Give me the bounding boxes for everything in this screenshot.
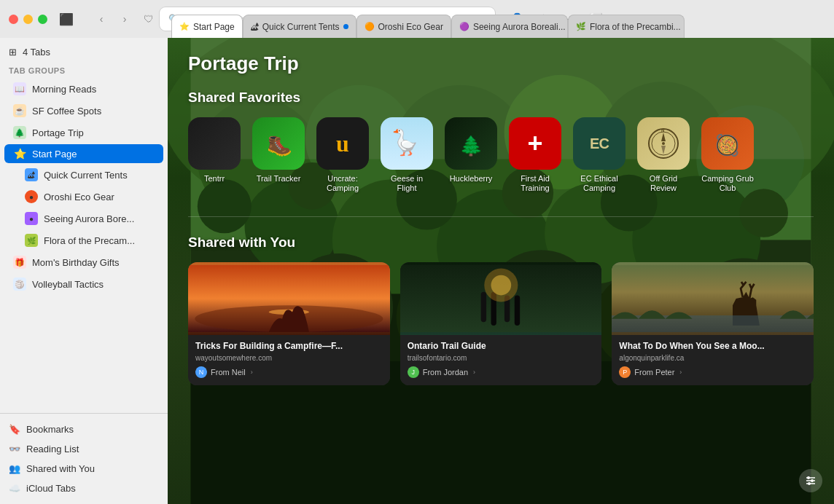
fav-huckleberry[interactable]: 🌲 Huckleberry bbox=[445, 117, 497, 193]
trail-tracker-icon: 🥾 bbox=[252, 117, 305, 170]
fav-uncrate[interactable]: u Uncrate: Camping bbox=[316, 117, 369, 193]
trail-from-row[interactable]: J From Jordan › bbox=[408, 366, 595, 378]
sidebar-item-portage-trip[interactable]: 🌲 Portage Trip bbox=[4, 122, 163, 143]
tab-quick-current-tents[interactable]: 🏕 Quick Current Tents bbox=[243, 15, 356, 38]
fav-off-grid[interactable]: N Off Grid Review bbox=[637, 117, 690, 193]
shared-card-trail[interactable]: Ontario Trail Guide trailsofontario.com … bbox=[400, 262, 602, 385]
sidebar-item-flora[interactable]: 🌿 Flora of the Precam... bbox=[4, 230, 163, 251]
tentrr-label: Tentrr bbox=[204, 174, 225, 184]
reading-list-icon: 👓 bbox=[9, 444, 20, 454]
content-area: Portage Trip Shared Favorites 🔥 Tentrr bbox=[168, 38, 834, 504]
main-layout: ⊞ 4 Tabs Tab Groups 📖 Morning Reads ☕ SF… bbox=[0, 38, 834, 504]
huckleberry-icon: 🌲 bbox=[445, 117, 497, 170]
flora-tab-icon: 🌿 bbox=[25, 234, 38, 247]
minimize-button[interactable] bbox=[23, 15, 33, 24]
sidebar-bookmarks[interactable]: 🔖 Bookmarks bbox=[0, 420, 168, 439]
svg-text:🌲: 🌲 bbox=[459, 134, 483, 157]
fav-ethical[interactable]: EC EC Ethical Camping bbox=[573, 117, 626, 193]
volleyball-label: Volleyball Tactics bbox=[32, 279, 104, 290]
sidebar-reading-list[interactable]: 👓 Reading List bbox=[0, 439, 168, 459]
campfire-card-info: Tricks For Building a Campfire—F... wayo… bbox=[188, 335, 390, 385]
svg-point-49 bbox=[491, 275, 511, 296]
shield-icon: 🛡 bbox=[144, 13, 154, 25]
campfire-from-row[interactable]: N From Neil › bbox=[195, 366, 383, 378]
sidebar-item-aurora[interactable]: ● Seeing Aurora Bore... bbox=[4, 208, 163, 229]
trail-from-label: From Jordan bbox=[423, 368, 468, 377]
tabs-count-row: ⊞ 4 Tabs bbox=[0, 44, 168, 63]
fav-trail-tracker[interactable]: 🥾 Trail Tracker bbox=[252, 117, 305, 193]
sidebar-icloud-tabs[interactable]: ☁️ iCloud Tabs bbox=[0, 479, 168, 498]
tab-oroshi[interactable]: 🟠 Oroshi Eco Gear bbox=[356, 15, 451, 38]
section-divider bbox=[188, 216, 814, 217]
content-scroll: Portage Trip Shared Favorites 🔥 Tentrr bbox=[168, 38, 834, 504]
shared-card-campfire[interactable]: Tricks For Building a Campfire—F... wayo… bbox=[188, 262, 390, 385]
sidebar-item-oroshi[interactable]: ● Oroshi Eco Gear bbox=[4, 186, 163, 207]
moose-chevron-icon: › bbox=[679, 369, 682, 376]
tab-start-page[interactable]: ⭐ Start Page bbox=[171, 15, 243, 38]
favorites-grid: 🔥 Tentrr 🥾 Trail Tracker bbox=[188, 117, 814, 193]
svg-rect-44 bbox=[480, 292, 486, 323]
peter-avatar: P bbox=[619, 366, 631, 378]
fav-tentrr[interactable]: 🔥 Tentrr bbox=[188, 117, 241, 193]
svg-point-57 bbox=[808, 482, 811, 485]
flora-tab-label: Flora of the Precam... bbox=[44, 235, 135, 246]
ethical-label: EC Ethical Camping bbox=[573, 174, 626, 193]
fav-geese[interactable]: 🪿 Geese in Flight bbox=[381, 117, 433, 193]
tab-start-label: Start Page bbox=[193, 22, 235, 32]
trail-card-image bbox=[400, 262, 602, 335]
shared-card-moose[interactable]: What To Do When You See a Moo... algonqu… bbox=[612, 262, 814, 385]
forward-button[interactable]: › bbox=[114, 9, 135, 29]
fav-first-aid[interactable]: + First Aid Training bbox=[509, 117, 561, 193]
oroshi-favicon-icon: 🟠 bbox=[365, 22, 375, 31]
sidebar-item-volleyball[interactable]: 🏐 Volleyball Tactics bbox=[4, 274, 163, 294]
camping-grub-icon: 🥘 bbox=[701, 117, 754, 170]
sidebar-item-sf-coffee[interactable]: ☕ SF Coffee Spots bbox=[4, 101, 163, 121]
tents-tab-icon: 🏕 bbox=[25, 168, 38, 181]
svg-rect-47 bbox=[514, 296, 519, 326]
bookmarks-label: Bookmarks bbox=[26, 424, 74, 435]
start-page-star-icon: ⭐ bbox=[13, 148, 26, 160]
sidebar-item-quick-current-tents[interactable]: 🏕 Quick Current Tents bbox=[4, 165, 163, 185]
uncrate-icon: u bbox=[316, 117, 369, 170]
aurora-tab-label: Seeing Aurora Bore... bbox=[44, 213, 134, 224]
portage-trip-label: Portage Trip bbox=[32, 127, 84, 138]
trail-card-info: Ontario Trail Guide trailsofontario.com … bbox=[400, 335, 602, 385]
trail-tracker-label: Trail Tracker bbox=[257, 174, 301, 184]
moose-title: What To Do When You See a Moo... bbox=[619, 341, 806, 353]
fav-camping-grub[interactable]: 🥘 Camping Grub Club bbox=[701, 117, 754, 193]
oroshi-tab-icon: ● bbox=[25, 190, 38, 203]
flora-favicon-icon: 🌿 bbox=[576, 22, 586, 31]
traffic-lights bbox=[9, 15, 47, 24]
sidebar-bottom: 🔖 Bookmarks 👓 Reading List 👥 Shared with… bbox=[0, 413, 168, 498]
icloud-icon: ☁️ bbox=[9, 483, 20, 494]
tentrr-icon: 🔥 bbox=[188, 117, 241, 170]
tabs-count-label: 4 Tabs bbox=[23, 47, 50, 58]
close-button[interactable] bbox=[9, 15, 18, 24]
sidebar-item-start-page[interactable]: ⭐ Start Page bbox=[4, 144, 163, 163]
tab-aurora[interactable]: 🟣 Seeing Aurora Boreali... bbox=[451, 15, 568, 38]
sidebar-item-morning-reads[interactable]: 📖 Morning Reads bbox=[4, 79, 163, 99]
shared-cards-grid: Tricks For Building a Campfire—F... wayo… bbox=[188, 262, 814, 385]
svg-point-37 bbox=[662, 142, 665, 145]
sf-coffee-icon: ☕ bbox=[13, 104, 26, 117]
aurora-tab-icon: ● bbox=[25, 212, 38, 225]
camping-grub-label: Camping Grub Club bbox=[701, 174, 754, 193]
neil-avatar: N bbox=[195, 366, 207, 378]
favorites-title: Shared Favorites bbox=[188, 90, 814, 106]
svg-text:🪿: 🪿 bbox=[389, 127, 421, 157]
back-button[interactable]: ‹ bbox=[91, 9, 112, 29]
svg-text:🥾: 🥾 bbox=[267, 133, 292, 157]
customize-button[interactable] bbox=[799, 469, 822, 492]
moose-domain: algonquinparklife.ca bbox=[619, 354, 806, 362]
title-bar: ⬛ ‹ › 🛡 🔍 Search or enter website name 👤… bbox=[0, 0, 834, 38]
sidebar-toggle-icon[interactable]: ⬛ bbox=[59, 12, 74, 26]
sidebar-item-birthday-gifts[interactable]: 🎁 Mom's Birthday Gifts bbox=[4, 252, 163, 272]
fullscreen-button[interactable] bbox=[38, 15, 47, 24]
moose-from-label: From Peter bbox=[634, 368, 674, 377]
sidebar-shared-with-you[interactable]: 👥 Shared with You bbox=[0, 459, 168, 479]
reading-list-label: Reading List bbox=[26, 444, 79, 454]
uncrate-label: Uncrate: Camping bbox=[316, 174, 369, 193]
moose-card-image bbox=[612, 262, 814, 335]
tab-flora[interactable]: 🌿 Flora of the Precambi... bbox=[568, 15, 685, 38]
moose-from-row[interactable]: P From Peter › bbox=[619, 366, 806, 378]
